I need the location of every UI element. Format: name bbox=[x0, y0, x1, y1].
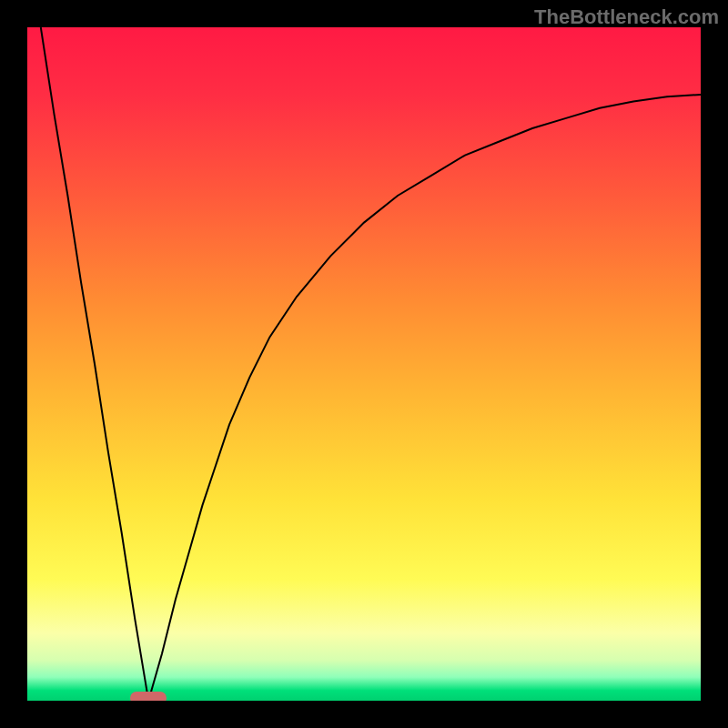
curve-svg bbox=[27, 27, 701, 701]
plot-area bbox=[27, 27, 701, 701]
bottleneck-curve bbox=[41, 27, 701, 701]
watermark-label: TheBottleneck.com bbox=[534, 5, 719, 29]
optimal-marker bbox=[130, 692, 167, 701]
chart-frame: TheBottleneck.com bbox=[0, 0, 728, 728]
